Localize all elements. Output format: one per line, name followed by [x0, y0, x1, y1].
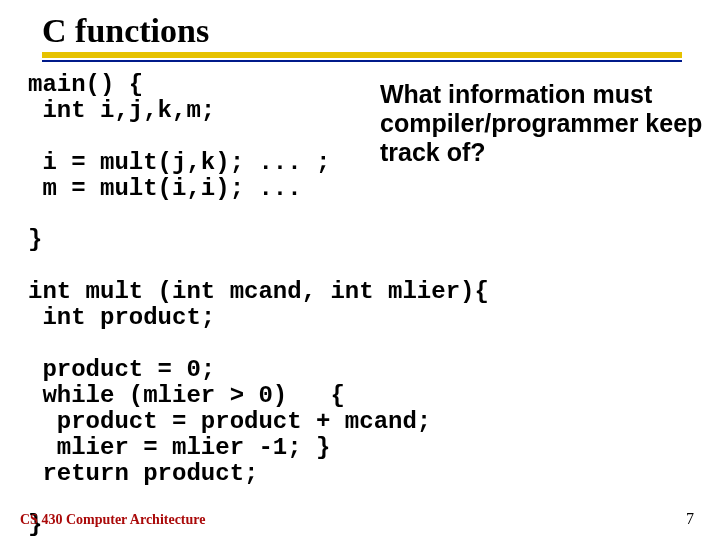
slide-title: C functions	[42, 12, 696, 50]
footer-page-number: 7	[686, 510, 694, 528]
footer-course-label: CS 430 Computer Architecture	[20, 512, 205, 528]
title-wrap: C functions	[28, 12, 696, 50]
title-underline-thick	[42, 52, 682, 58]
slide-body: main() { int i,j,k,m; i = mult(j,k); ...…	[28, 72, 696, 538]
title-underline-thin	[42, 60, 682, 62]
callout-text: What information must compiler/programme…	[380, 80, 720, 166]
slide: C functions main() { int i,j,k,m; i = mu…	[0, 0, 720, 540]
